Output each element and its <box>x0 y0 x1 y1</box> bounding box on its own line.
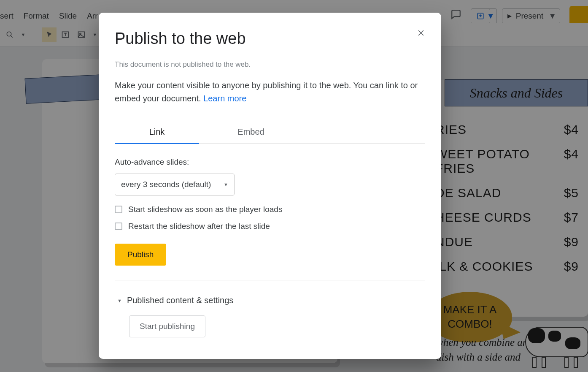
publish-to-web-dialog: Publish to the web This document is not … <box>99 13 441 359</box>
auto-advance-select[interactable]: every 3 seconds (default) ▼ <box>115 174 235 196</box>
dialog-description: Make your content visible to anyone by p… <box>115 79 423 105</box>
auto-advance-value: every 3 seconds (default) <box>121 180 211 189</box>
checkbox-restart-label: Restart the slideshow after the last sli… <box>128 222 270 231</box>
checkbox-row-start[interactable]: Start slideshow as soon as the player lo… <box>115 205 425 214</box>
tab-link[interactable]: Link <box>115 121 199 144</box>
checkbox-start-label: Start slideshow as soon as the player lo… <box>128 205 282 214</box>
tab-embed[interactable]: Embed <box>199 121 303 144</box>
dialog-title: Publish to the web <box>115 30 425 48</box>
description-text: Make your content visible to anyone by p… <box>115 81 418 103</box>
published-settings-label: Published content & settings <box>127 296 233 305</box>
start-publishing-button[interactable]: Start publishing <box>129 315 205 337</box>
checkbox-start-slideshow[interactable] <box>115 206 122 213</box>
learn-more-link[interactable]: Learn more <box>203 94 246 103</box>
tabs: Link Embed <box>115 121 425 144</box>
checkbox-row-restart[interactable]: Restart the slideshow after the last sli… <box>115 222 425 231</box>
publish-status: This document is not published to the we… <box>115 60 425 69</box>
chevron-down-icon: ▼ <box>224 182 228 187</box>
checkbox-restart-slideshow[interactable] <box>115 223 122 230</box>
publish-button[interactable]: Publish <box>115 244 166 266</box>
divider <box>115 280 425 280</box>
auto-advance-label: Auto-advance slides: <box>115 157 425 167</box>
chevron-down-icon: ▼ <box>117 298 122 303</box>
published-settings-toggle[interactable]: ▼ Published content & settings <box>115 296 425 305</box>
close-button[interactable] <box>415 27 427 39</box>
